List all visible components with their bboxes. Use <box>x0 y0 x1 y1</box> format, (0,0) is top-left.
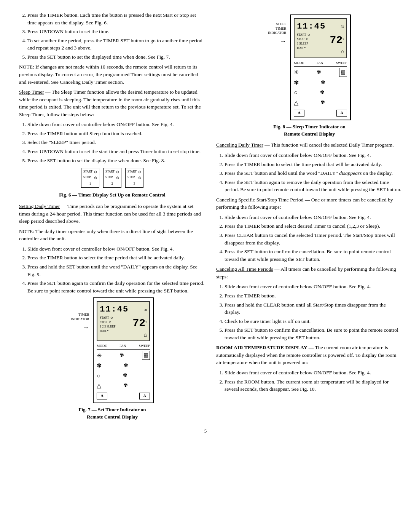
fig8-caption-line1: Fig. 8 — Sleep Timer Indicator on <box>273 124 345 129</box>
start-stop-indicators: START ⊙ STOP ⊙ 1 2 3 SLEEP DAILY <box>100 316 116 333</box>
sweep-icon: ▧ <box>142 351 150 360</box>
grid-row-4: △ ✾ <box>97 381 150 390</box>
start-row: START ⊙ <box>100 316 116 320</box>
canceling-daily-timer-intro: Canceling Daily Timer — This function wi… <box>216 141 403 149</box>
stop-label: STOP <box>127 175 135 181</box>
timer-block-1: START ⊙ STOP ⊙ 1 <box>81 168 99 188</box>
house-icon-8: ⌂ <box>330 48 344 56</box>
start-stop-indicators-8: START ⊙ STOP ⊙ 1 SLEEP DAILY <box>297 33 310 50</box>
canceling-specific-steps: Slide down front cover of controller bel… <box>225 214 403 263</box>
a-button-8-2[interactable]: A <box>336 110 347 117</box>
timer-block-2-bottom: STOP ⊙ <box>105 175 119 181</box>
list-item: Slide down front cover of controller bel… <box>225 214 403 221</box>
canceling-daily-timer-steps: Slide down front cover of controller bel… <box>225 152 403 193</box>
list-item: Press the SET button again to confirm th… <box>27 280 206 294</box>
remote-display-8: 11:45 ≈ START ⊙ STOP ⊙ <box>294 18 347 58</box>
temp-area-8: 72° ⌂ <box>330 33 344 56</box>
time-row: 11:45 ≈ <box>100 304 147 316</box>
button-grid: MODE FAN SWEEP ✳ ✾ ▧ ✾ <box>97 343 150 399</box>
list-item: Press and hold the SET button until the … <box>27 263 206 278</box>
a-button-8-1[interactable]: A <box>294 110 304 117</box>
fig7-indicator-label: TIMERINDICATOR → <box>71 297 89 332</box>
list-item: Select the "SLEEP" timer period. <box>27 139 206 146</box>
list-item: Press the TIMER button and select desire… <box>225 222 403 230</box>
grid-row-3: ○ ✾ <box>97 371 150 380</box>
fan-mode-icon: ✾ <box>97 361 102 370</box>
heat-mode-icon: △ <box>97 381 101 390</box>
list-item: Press UP/DOWN button to set the time. <box>27 28 206 35</box>
check1: ⊙ <box>94 169 97 175</box>
heat-mode-icon-8: △ <box>294 98 298 107</box>
grid-rows: ✳ ✾ ▧ ✾ ✾ ○ ✾ <box>97 351 150 399</box>
note-daily-timer: NOTE: The daily timer operates only when… <box>19 228 206 243</box>
list-item: Check to be sure timer light is off on u… <box>225 318 403 325</box>
middle-row: START ⊙ STOP ⊙ 1 2 3 SLEEP DAILY <box>100 316 147 339</box>
nums-row: 1 2 3 SLEEP <box>100 324 116 329</box>
timer-steps-list: Press the TIMER button. Each time the bu… <box>27 11 206 61</box>
fan-label: FAN <box>119 343 126 348</box>
timer-block-3: START ⊙ STOP ⊙ 3 <box>125 168 143 188</box>
stop-label: STOP <box>105 175 113 181</box>
grid-row-8-2: ✾ ✾ <box>294 78 347 87</box>
fan-icon-1: ✾ <box>119 351 124 359</box>
arrow-right-icon: → <box>82 323 89 332</box>
house-icon: ⌂ <box>133 331 147 339</box>
list-item: Press the SET button and hold until the … <box>225 169 403 177</box>
timer-block-1-top: START ⊙ <box>83 169 97 175</box>
snowflake-mode-icon-8: ✳ <box>294 68 299 77</box>
fig6-caption: Fig. 6 — Timer Display Set Up on Remote … <box>19 192 206 199</box>
list-item: Press the TIMER button to select the tim… <box>225 161 403 168</box>
page-number: 5 <box>19 428 392 435</box>
list-item: Press the SET button again to remove the… <box>225 179 403 193</box>
mode-label: MODE <box>97 343 107 348</box>
check2: ⊙ <box>138 175 141 181</box>
fan-icon-8-3: ✾ <box>320 89 325 96</box>
remote-display: 11:45 ≈ START ⊙ STOP ⊙ <box>97 301 150 341</box>
block-num: 1 <box>89 181 91 186</box>
snowflake-mode-icon: ✳ <box>97 351 102 360</box>
sleep-row-8: 1 SLEEP <box>297 42 310 46</box>
list-item: Press the TIMER button. Each time the bu… <box>27 11 206 26</box>
fig8-remote: 11:45 ≈ START ⊙ STOP ⊙ <box>290 14 351 120</box>
timer-block-3-top: START ⊙ <box>127 169 141 175</box>
list-item: Press the SET button to set the displaye… <box>27 53 206 61</box>
stop-check-8: ⊙ <box>306 37 309 42</box>
degree-symbol: ° <box>145 321 147 325</box>
list-item: Press UP/DOWN button to set the start ti… <box>27 148 206 155</box>
setting-daily-timer-intro: Setting Daily Timer — Time periods can b… <box>19 203 206 225</box>
fan-label-8: FAN <box>317 61 323 66</box>
stop-row: STOP ⊙ <box>100 320 116 325</box>
list-item: Press the TIMER button until Sleep funct… <box>27 130 206 137</box>
list-item: Press the TIMER button to select the tim… <box>27 254 206 262</box>
sleep-timer-steps: Slide down front cover of controller bel… <box>27 121 206 164</box>
check2: ⊙ <box>116 175 119 181</box>
start-label: START <box>83 169 92 175</box>
time-display-8: 11:45 <box>297 21 326 33</box>
list-item: Slide down front cover of controller bel… <box>27 245 206 253</box>
fig8-caption: Fig. 8 — Sleep Timer Indicator on Remote… <box>216 123 403 138</box>
time-row-8: 11:45 ≈ <box>297 21 344 33</box>
stop-row-8: STOP ⊙ <box>297 37 310 42</box>
a-button-1[interactable]: A <box>97 393 107 399</box>
list-item: Press the ROOM button. The current room … <box>225 378 403 393</box>
canceling-specific-intro: Canceling Specific Start/Stop Time Perio… <box>216 196 403 211</box>
a-button-2[interactable]: A <box>139 393 150 399</box>
right-column: SLEEPTIMERINDICATOR → 11:45 ≈ START <box>216 11 403 421</box>
grid-header-8: MODE FAN SWEEP <box>294 61 347 67</box>
note-10seconds: NOTE: If changes are not made within 10 … <box>19 63 206 86</box>
start-label: START <box>105 169 115 175</box>
timer-indicator-text: TIMERINDICATOR <box>71 313 89 321</box>
timer-block-2: START ⊙ STOP ⊙ 2 <box>103 168 121 188</box>
list-item: Slide down front cover of controller bel… <box>225 283 403 291</box>
daily-row-8: DAILY <box>297 46 310 51</box>
check1: ⊙ <box>138 169 141 175</box>
grid-row-2: ✾ ✾ <box>97 361 150 370</box>
dry-mode-icon-8: ○ <box>294 88 298 97</box>
list-item: Press and hold the CLEAR button until al… <box>225 301 403 316</box>
daily-row: DAILY <box>100 329 116 334</box>
sleep-timer-intro: Sleep Timer — The Sleep Timer function a… <box>19 88 206 118</box>
timer-block-2-top: START ⊙ <box>105 169 119 175</box>
separator <box>100 168 102 188</box>
time-display: 11:45 <box>100 304 129 316</box>
block-num: 3 <box>134 181 135 186</box>
